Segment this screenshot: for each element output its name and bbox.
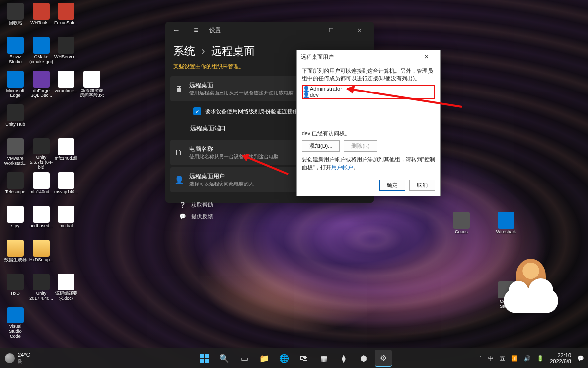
edge-icon[interactable]: 🌐	[276, 350, 293, 367]
clock[interactable]: 22:10 2022/6/8	[550, 352, 571, 364]
ime-indicator[interactable]: 中	[488, 355, 494, 362]
app-grey-icon	[7, 138, 24, 155]
document-icon: 🗎	[174, 148, 183, 157]
desktop-icon-label: HxD	[11, 291, 20, 296]
desktop-icon[interactable]: 源码编译要求.docx	[54, 271, 78, 304]
desktop-icon[interactable]: mfc140ud...	[29, 169, 54, 203]
desktop-icon[interactable]: HxD	[3, 271, 28, 304]
task-view-button[interactable]: ▭	[236, 350, 253, 367]
svg-rect-4	[200, 354, 204, 358]
desktop-icon-label: Cocos	[455, 230, 468, 235]
checkbox-checked-icon[interactable]: ✓	[193, 107, 201, 115]
desktop-icon[interactable]: msvcp140...	[54, 169, 78, 203]
desktop-icon-label: Eziviz Studio	[3, 55, 27, 65]
list-item[interactable]: 👤dev	[303, 92, 434, 98]
file-icon	[58, 274, 74, 290]
desktop-icon-label: dbForge SQL Dec...	[29, 89, 53, 98]
store-icon[interactable]: 🛍	[295, 350, 312, 367]
notifications-icon[interactable]: 💬	[577, 355, 584, 362]
settings-taskbar-icon[interactable]: ⚙	[375, 350, 392, 367]
battery-icon[interactable]: 🔋	[537, 355, 544, 362]
desktop-icon-label: WHTools...	[30, 21, 52, 26]
desktop-icon[interactable]: Unity 2017.4.40...	[29, 271, 54, 304]
desktop-icon[interactable]: ucrtbased...	[29, 203, 54, 237]
feedback-link[interactable]: 💬提供反馈	[179, 211, 360, 222]
desktop-icon[interactable]: Microsoft Edge	[3, 68, 28, 101]
dialog-titlebar: 远程桌面用户 ✕	[297, 50, 440, 63]
feedback-icon: 💬	[179, 213, 186, 220]
tray-chevron-icon[interactable]: ˄	[479, 355, 482, 362]
volume-icon[interactable]: 🔊	[524, 355, 531, 362]
date: 2022/6/8	[550, 358, 571, 364]
app-icon[interactable]: ⬢	[355, 350, 372, 367]
desktop-icon-label: mfc140ud...	[29, 190, 53, 195]
ok-button[interactable]: 确定	[379, 180, 405, 191]
folder-icon	[7, 240, 24, 257]
file-icon	[83, 71, 100, 88]
desktop-icon-label: 数据生成器	[4, 258, 27, 263]
desktop-icon[interactable]: VMware Workstati...	[3, 135, 28, 169]
app-blue-icon	[498, 212, 514, 229]
ime-indicator[interactable]: 五	[500, 355, 505, 362]
desktop-icon[interactable]: Wireshark	[494, 209, 518, 243]
breadcrumb-root[interactable]: 系统	[173, 45, 195, 57]
dialog-close-button[interactable]: ✕	[416, 51, 436, 62]
weather-widget[interactable]: 24°C 阴	[5, 352, 30, 365]
system-tray[interactable]: ˄ 中 五 📶 🔊 🔋 22:10 2022/6/8 💬	[479, 352, 584, 364]
desktop-icon[interactable]: Unity 5.6.7f1 (64-bit)	[29, 135, 54, 169]
add-button[interactable]: 添加(D)...	[302, 140, 340, 152]
app-icon[interactable]: ▦	[315, 350, 332, 367]
desktop-icon[interactable]: mc.bat	[54, 203, 78, 237]
search-button[interactable]: 🔍	[216, 350, 233, 367]
start-button[interactable]	[196, 350, 213, 367]
desktop-icon[interactable]: mfc140d.dll	[54, 135, 78, 169]
desktop-icon[interactable]: Unity Hub	[3, 101, 28, 135]
desktop-icon[interactable]: WHTools...	[29, 0, 54, 34]
desktop-icon[interactable]: Cocos	[449, 209, 474, 243]
maximize-button[interactable]: ☐	[320, 23, 342, 38]
help-icon: ❔	[179, 202, 186, 208]
desktop-icon[interactable]: vcruntime...	[54, 68, 78, 101]
settings-app-title: 设置	[209, 26, 221, 35]
desktop-icon[interactable]: Telescope	[3, 169, 28, 203]
remote-desktop-users-dialog: 远程桌面用户 ✕ 下面所列的用户可以连接到这台计算机。另外，管理员组中的任何成员…	[296, 50, 441, 196]
desktop-icon[interactable]: dbForge SQL Dec...	[29, 68, 54, 101]
list-item[interactable]: 👤Administrator	[303, 86, 434, 92]
file-icon	[58, 138, 74, 155]
desktop-icon[interactable]: 新添加游戏房间字段.txt	[79, 68, 104, 101]
user-list[interactable]: 👤Administrator 👤dev	[302, 85, 435, 125]
desktop-icon[interactable]: FoxucSab...	[54, 0, 78, 34]
remove-button[interactable]: 删除(R)	[344, 140, 377, 152]
get-help-link[interactable]: ❔获取帮助	[179, 199, 360, 211]
app-purple-icon	[33, 71, 50, 88]
desktop-icon-label: 新添加游戏房间字段.txt	[80, 89, 104, 98]
app-dark-icon	[33, 274, 50, 290]
desktop-icon-label: 源码编译要求.docx	[54, 291, 78, 301]
back-button[interactable]: ←	[169, 23, 183, 37]
user-icon: 👤	[303, 86, 310, 92]
desktop-icon[interactable]: s.py	[3, 203, 28, 237]
desktop-icon[interactable]: CMake (cmake-gui)	[29, 34, 54, 68]
row-title: 电脑名称	[189, 145, 279, 153]
file-icon	[33, 172, 50, 189]
chevron-right-icon: ›	[201, 45, 205, 57]
help-links: ❔获取帮助 💬提供反馈	[173, 194, 366, 227]
wifi-icon[interactable]: 📶	[511, 355, 518, 362]
user-icon: 👤	[303, 92, 310, 98]
access-note: dev 已经有访问权。	[302, 130, 435, 137]
app-dark-icon	[7, 104, 24, 121]
user-accounts-link[interactable]: 用户帐户	[331, 164, 353, 170]
desktop-icon-label: msvcp140...	[54, 190, 78, 195]
cancel-button[interactable]: 取消	[409, 180, 435, 191]
desktop-icon[interactable]: HxDSetup...	[29, 237, 54, 271]
visual-studio-icon[interactable]: ⧫	[335, 350, 352, 367]
minimize-button[interactable]: —	[293, 23, 314, 38]
desktop-icon[interactable]: 回收站	[3, 0, 28, 34]
desktop-icon[interactable]: WHServer...	[54, 34, 78, 68]
desktop-icon[interactable]: Visual Studio Code	[3, 304, 28, 338]
desktop-icon[interactable]: 数据生成器	[3, 237, 28, 271]
close-button[interactable]: ✕	[348, 23, 370, 38]
menu-button[interactable]: ≡	[189, 23, 203, 37]
desktop-icon[interactable]: Eziviz Studio	[3, 34, 28, 68]
file-explorer-icon[interactable]: 📁	[256, 350, 273, 367]
